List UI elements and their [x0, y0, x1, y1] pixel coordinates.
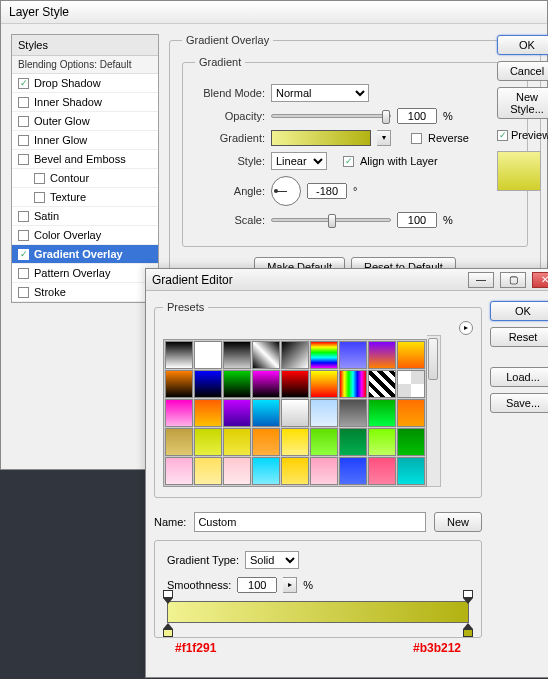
color-stop-right[interactable]: [463, 623, 473, 635]
preset-swatch[interactable]: [339, 399, 367, 427]
preset-swatch[interactable]: [223, 399, 251, 427]
preset-swatch[interactable]: [310, 399, 338, 427]
scale-slider[interactable]: [271, 218, 391, 222]
style-item-drop-shadow[interactable]: ✓Drop Shadow: [12, 74, 158, 93]
preset-swatch[interactable]: [339, 457, 367, 485]
reverse-checkbox[interactable]: [411, 133, 422, 144]
preset-swatch[interactable]: [281, 457, 309, 485]
color-stop-left[interactable]: [163, 623, 173, 635]
preset-swatch[interactable]: [194, 370, 222, 398]
smoothness-stepper-icon[interactable]: ▸: [283, 577, 297, 593]
angle-dial[interactable]: [271, 176, 301, 206]
scale-input[interactable]: [397, 212, 437, 228]
gradient-bar[interactable]: #f1f291 #b3b212: [167, 601, 469, 623]
preset-swatch[interactable]: [368, 428, 396, 456]
gradient-type-select[interactable]: Solid: [245, 551, 299, 569]
preset-swatch[interactable]: [397, 399, 425, 427]
preset-swatch[interactable]: [281, 399, 309, 427]
checkbox[interactable]: [18, 268, 29, 279]
load-button[interactable]: Load...: [490, 367, 548, 387]
opacity-input[interactable]: [397, 108, 437, 124]
reset-button[interactable]: Reset: [490, 327, 548, 347]
preset-swatch[interactable]: [194, 457, 222, 485]
opacity-stop-right[interactable]: [463, 590, 473, 602]
cancel-button[interactable]: Cancel: [497, 61, 548, 81]
preset-swatch[interactable]: [339, 428, 367, 456]
preset-swatch[interactable]: [281, 370, 309, 398]
name-input[interactable]: [194, 512, 426, 532]
preset-swatch[interactable]: [368, 341, 396, 369]
preset-swatch[interactable]: [281, 428, 309, 456]
style-item-inner-shadow[interactable]: Inner Shadow: [12, 93, 158, 112]
blending-options-row[interactable]: Blending Options: Default: [12, 56, 158, 74]
preset-swatch[interactable]: [194, 428, 222, 456]
preset-swatch[interactable]: [252, 428, 280, 456]
preset-swatch[interactable]: [310, 341, 338, 369]
preset-swatch[interactable]: [252, 457, 280, 485]
minimize-icon[interactable]: —: [468, 272, 494, 288]
style-item-bevel-and-emboss[interactable]: Bevel and Emboss: [12, 150, 158, 169]
preset-swatch[interactable]: [310, 428, 338, 456]
style-item-stroke[interactable]: Stroke: [12, 283, 158, 302]
preset-swatch[interactable]: [252, 399, 280, 427]
checkbox[interactable]: [18, 230, 29, 241]
preset-swatch[interactable]: [397, 457, 425, 485]
preset-swatch[interactable]: [165, 370, 193, 398]
style-item-inner-glow[interactable]: Inner Glow: [12, 131, 158, 150]
preset-swatch[interactable]: [397, 370, 425, 398]
style-item-contour[interactable]: Contour: [12, 169, 158, 188]
preset-swatch[interactable]: [223, 370, 251, 398]
preset-swatch[interactable]: [281, 341, 309, 369]
checkbox[interactable]: [18, 97, 29, 108]
preset-swatch[interactable]: [194, 399, 222, 427]
gradient-dropdown-icon[interactable]: ▾: [377, 130, 391, 146]
style-item-outer-glow[interactable]: Outer Glow: [12, 112, 158, 131]
ok-button[interactable]: OK: [497, 35, 548, 55]
preset-swatch[interactable]: [223, 428, 251, 456]
preset-swatch[interactable]: [339, 370, 367, 398]
styles-header[interactable]: Styles: [12, 35, 158, 56]
checkbox[interactable]: [18, 211, 29, 222]
checkbox[interactable]: [18, 135, 29, 146]
style-select[interactable]: Linear: [271, 152, 327, 170]
gradient-swatch[interactable]: [271, 130, 371, 146]
preset-swatch[interactable]: [252, 341, 280, 369]
style-item-color-overlay[interactable]: Color Overlay: [12, 226, 158, 245]
preset-swatch[interactable]: [194, 341, 222, 369]
checkbox[interactable]: [18, 154, 29, 165]
style-item-texture[interactable]: Texture: [12, 188, 158, 207]
presets-menu-icon[interactable]: ▸: [459, 321, 473, 335]
close-icon[interactable]: ✕: [532, 272, 548, 288]
preset-swatch[interactable]: [397, 341, 425, 369]
save-button[interactable]: Save...: [490, 393, 548, 413]
preset-swatch[interactable]: [165, 399, 193, 427]
checkbox[interactable]: [34, 173, 45, 184]
preset-swatch[interactable]: [165, 341, 193, 369]
ok-button[interactable]: OK: [490, 301, 548, 321]
opacity-slider[interactable]: [271, 114, 391, 118]
align-checkbox[interactable]: ✓: [343, 156, 354, 167]
opacity-stop-left[interactable]: [163, 590, 173, 602]
new-style-button[interactable]: New Style...: [497, 87, 548, 119]
blend-mode-select[interactable]: Normal: [271, 84, 369, 102]
preset-swatch[interactable]: [223, 457, 251, 485]
checkbox[interactable]: ✓: [18, 78, 29, 89]
maximize-icon[interactable]: ▢: [500, 272, 526, 288]
angle-input[interactable]: [307, 183, 347, 199]
checkbox[interactable]: [18, 116, 29, 127]
preset-swatch[interactable]: [165, 428, 193, 456]
smoothness-input[interactable]: [237, 577, 277, 593]
preset-swatch[interactable]: [339, 341, 367, 369]
preview-checkbox[interactable]: ✓: [497, 130, 508, 141]
preset-swatch[interactable]: [252, 370, 280, 398]
style-item-pattern-overlay[interactable]: Pattern Overlay: [12, 264, 158, 283]
style-item-gradient-overlay[interactable]: ✓Gradient Overlay: [12, 245, 158, 264]
preset-swatch[interactable]: [223, 341, 251, 369]
preset-swatch[interactable]: [368, 370, 396, 398]
scrollbar[interactable]: [427, 335, 441, 487]
preset-swatch[interactable]: [368, 457, 396, 485]
checkbox[interactable]: [34, 192, 45, 203]
preset-swatch[interactable]: [397, 428, 425, 456]
preset-swatch[interactable]: [368, 399, 396, 427]
style-item-satin[interactable]: Satin: [12, 207, 158, 226]
